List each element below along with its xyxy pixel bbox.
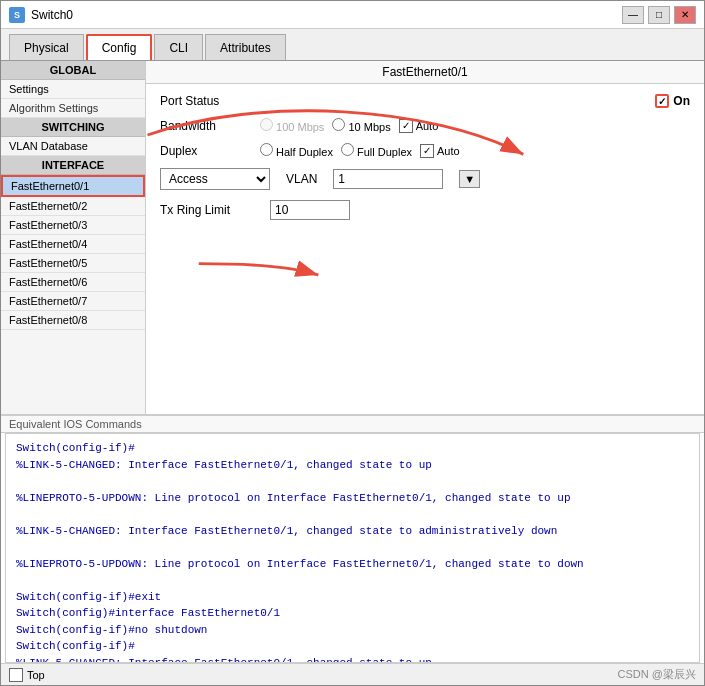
duplex-row: Duplex Half Duplex Full Duplex ✓ Auto (160, 143, 690, 158)
section-global: GLOBAL (1, 61, 145, 80)
restore-button[interactable]: □ (648, 6, 670, 24)
bandwidth-controls: 100 Mbps 10 Mbps ✓ Auto (260, 118, 690, 133)
duplex-label: Duplex (160, 144, 260, 158)
port-status-label: Port Status (160, 94, 260, 108)
access-vlan-row: Access Trunk VLAN ▼ (160, 168, 690, 190)
sidebar-item-fe04[interactable]: FastEthernet0/4 (1, 235, 145, 254)
full-duplex-option[interactable]: Full Duplex (341, 143, 412, 158)
cli-output[interactable]: Switch(config-if)#%LINK-5-CHANGED: Inter… (5, 433, 700, 663)
status-bar: Top CSDN @梁辰兴 (1, 663, 704, 685)
tx-ring-label: Tx Ring Limit (160, 203, 260, 217)
bandwidth-label: Bandwidth (160, 119, 260, 133)
bandwidth-100mbps-option[interactable]: 100 Mbps (260, 118, 324, 133)
minimize-button[interactable]: — (622, 6, 644, 24)
section-interface: INTERFACE (1, 156, 145, 175)
half-duplex-option[interactable]: Half Duplex (260, 143, 333, 158)
sidebar-item-settings[interactable]: Settings (1, 80, 145, 99)
section-switching: SWITCHING (1, 118, 145, 137)
top-label: Top (27, 669, 45, 681)
duplex-auto-checkbox[interactable]: ✓ Auto (420, 144, 460, 158)
tx-ring-row: Tx Ring Limit (160, 200, 690, 220)
access-select[interactable]: Access Trunk (160, 168, 270, 190)
main-window: S Switch0 — □ ✕ Physical Config CLI Attr… (0, 0, 705, 686)
app-icon: S (9, 7, 25, 23)
port-status-checkbox[interactable]: ✓ (655, 94, 669, 108)
bandwidth-auto-checkbox[interactable]: ✓ Auto (399, 119, 439, 133)
top-checkbox[interactable] (9, 668, 23, 682)
sidebar-scroll[interactable]: GLOBAL Settings Algorithm Settings Algor… (1, 61, 145, 414)
sidebar-item-algorithm-settings[interactable]: Algorithm Settings Algorithm tings (1, 99, 145, 118)
panel-body: Port Status ✓ On Bandwidth 100 Mbp (146, 84, 704, 414)
tx-ring-input[interactable] (270, 200, 350, 220)
bandwidth-auto-check[interactable]: ✓ (399, 119, 413, 133)
equiv-label: Equivalent IOS Commands (1, 416, 704, 433)
title-controls: — □ ✕ (622, 6, 696, 24)
bandwidth-row: Bandwidth 100 Mbps 10 Mbps ✓ Auto (160, 118, 690, 133)
title-bar-left: S Switch0 (9, 7, 73, 23)
title-bar: S Switch0 — □ ✕ (1, 1, 704, 29)
sidebar-item-fe06[interactable]: FastEthernet0/6 (1, 273, 145, 292)
sidebar-item-fe01[interactable]: FastEthernet0/1 (1, 175, 145, 197)
port-status-row: Port Status ✓ On (160, 94, 690, 108)
on-label: On (673, 94, 690, 108)
tab-attributes[interactable]: Attributes (205, 34, 286, 60)
vlan-label: VLAN (286, 172, 317, 186)
tab-config[interactable]: Config (86, 34, 153, 60)
sidebar-item-fe02[interactable]: FastEthernet0/2 (1, 197, 145, 216)
sidebar-item-vlan-database[interactable]: VLAN Database (1, 137, 145, 156)
sidebar-item-fe08[interactable]: FastEthernet0/8 (1, 311, 145, 330)
watermark: CSDN @梁辰兴 (618, 667, 696, 682)
sidebar-item-fe07[interactable]: FastEthernet0/7 (1, 292, 145, 311)
tab-bar: Physical Config CLI Attributes (1, 29, 704, 61)
tab-cli[interactable]: CLI (154, 34, 203, 60)
vlan-input[interactable] (333, 169, 443, 189)
sidebar: GLOBAL Settings Algorithm Settings Algor… (1, 61, 146, 414)
vlan-dropdown-button[interactable]: ▼ (459, 170, 480, 188)
bottom-section: Equivalent IOS Commands Switch(config-if… (1, 414, 704, 663)
top-checkbox-group: Top (9, 668, 45, 682)
duplex-controls: Half Duplex Full Duplex ✓ Auto (260, 143, 690, 158)
close-button[interactable]: ✕ (674, 6, 696, 24)
bandwidth-10mbps-option[interactable]: 10 Mbps (332, 118, 390, 133)
tab-physical[interactable]: Physical (9, 34, 84, 60)
window-title: Switch0 (31, 8, 73, 22)
port-status-controls: ✓ On (260, 94, 690, 108)
top-area: GLOBAL Settings Algorithm Settings Algor… (1, 61, 704, 414)
port-status-on-group: ✓ On (655, 94, 690, 108)
panel-title: FastEthernet0/1 (146, 61, 704, 84)
sidebar-item-fe05[interactable]: FastEthernet0/5 (1, 254, 145, 273)
right-panel: FastEthernet0/1 Port Status ✓ On Band (146, 61, 704, 414)
duplex-auto-check[interactable]: ✓ (420, 144, 434, 158)
sidebar-item-fe03[interactable]: FastEthernet0/3 (1, 216, 145, 235)
